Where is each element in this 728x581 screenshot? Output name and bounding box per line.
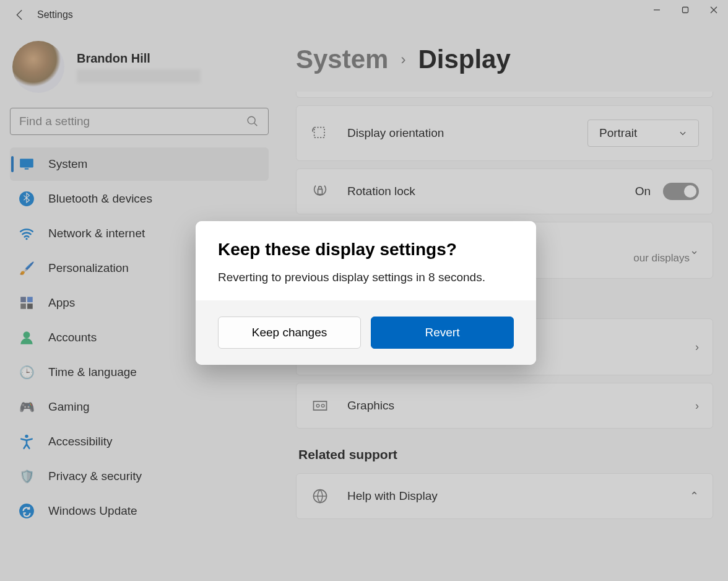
keep-changes-button[interactable]: Keep changes xyxy=(218,317,361,349)
modal-scrim: Keep these display settings? Reverting t… xyxy=(0,0,728,581)
confirm-dialog: Keep these display settings? Reverting t… xyxy=(196,221,536,365)
dialog-body: Reverting to previous display settings i… xyxy=(218,271,514,284)
revert-button[interactable]: Revert xyxy=(371,317,514,349)
dialog-title: Keep these display settings? xyxy=(218,240,514,260)
